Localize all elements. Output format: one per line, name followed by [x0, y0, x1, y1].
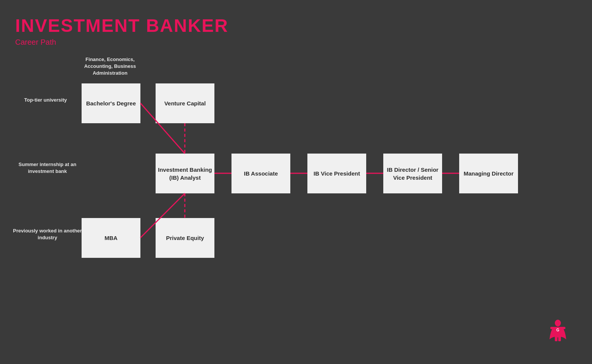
svg-rect-12 [550, 327, 555, 329]
top-tier-university-label: Top-tier university [11, 97, 80, 104]
field-of-study-label: Finance, Economics, Accounting, Business… [80, 56, 140, 77]
svg-rect-10 [555, 334, 557, 341]
logo: G [546, 318, 569, 349]
ib-associate-card: IB Associate [231, 154, 290, 193]
previously-worked-label: Previously worked in another industry [11, 228, 83, 241]
ib-director-card: IB Director / Senior Vice President [383, 154, 442, 193]
mba-card: MBA [82, 218, 140, 258]
page-title: INVESTMENT BANKER [15, 15, 228, 36]
private-equity-card: Private Equity [156, 218, 214, 258]
page-subtitle: Career Path [15, 38, 56, 47]
svg-point-8 [555, 320, 561, 326]
ib-vp-card: IB Vice President [307, 154, 366, 193]
ib-analyst-card: Investment Banking (IB) Analyst [156, 154, 214, 193]
svg-text:G: G [556, 328, 559, 332]
bachelors-card: Bachelor's Degree [82, 83, 140, 123]
svg-rect-13 [561, 327, 565, 329]
summer-internship-label: Summer internship at an investment bank [11, 161, 83, 175]
logo-svg: G [546, 318, 569, 349]
managing-director-card: Managing Director [459, 154, 518, 193]
svg-rect-11 [558, 334, 561, 341]
venture-capital-card: Venture Capital [156, 83, 214, 123]
